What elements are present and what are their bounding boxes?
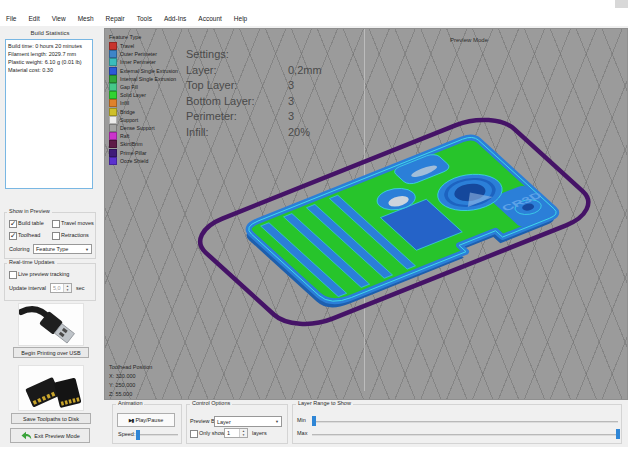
chevron-down-icon: ▼ xyxy=(275,419,279,424)
menu-bar: File Edit View Mesh Repair Tools Add-Ins… xyxy=(0,12,628,26)
only-show-spinner[interactable]: 1 ▲▼ xyxy=(224,428,248,438)
legend-item: Outer Perimeter xyxy=(109,50,178,58)
travel-moves-checkbox[interactable] xyxy=(52,220,60,228)
realtime-updates-group xyxy=(4,263,96,301)
legend-item: Prime Pillar xyxy=(109,148,178,156)
usb-plug-icon xyxy=(19,304,83,345)
stat-build-time: Build time: 0 hours 20 minutes xyxy=(8,42,90,50)
layer-range-group xyxy=(292,404,622,444)
green-return-arrow-icon xyxy=(20,431,32,440)
preview-by-value: Layer xyxy=(217,419,231,425)
chevron-down-icon: ▼ xyxy=(85,247,89,252)
min-slider-track[interactable] xyxy=(312,421,618,423)
preview-by-dropdown[interactable]: Layer ▼ xyxy=(214,416,282,427)
app-window: File Edit View Mesh Repair Tools Add-Ins… xyxy=(0,0,628,472)
build-table-label: Build table xyxy=(18,220,44,226)
menu-help[interactable]: Help xyxy=(228,12,253,26)
layer-height-value: 0,2mm xyxy=(288,64,322,76)
control-options-title: Control Options xyxy=(190,400,232,406)
max-label: Max xyxy=(297,430,307,436)
begin-printing-button[interactable]: Begin Printing over USB xyxy=(13,347,89,358)
legend-item: Solid Layer xyxy=(109,91,178,99)
layers-label: layers xyxy=(252,430,267,436)
menu-view[interactable]: View xyxy=(46,12,72,26)
menu-repair[interactable]: Repair xyxy=(100,12,131,26)
window-corner-fragment xyxy=(615,0,628,8)
build-table-checkbox[interactable] xyxy=(9,220,17,228)
color-chip xyxy=(109,42,117,50)
stat-filament-length: Filament length: 2029.7 mm xyxy=(8,50,90,58)
legend-item: Support xyxy=(109,116,178,124)
color-chip xyxy=(109,132,117,140)
color-chip xyxy=(109,116,117,124)
infill-value: 20% xyxy=(288,126,310,138)
max-slider-track[interactable] xyxy=(312,434,618,436)
toolhead-y: Y: 250.000 xyxy=(109,381,152,390)
preview-3d-viewport[interactable]: CR3D Feature Type Travel Outer Perimeter… xyxy=(104,28,628,400)
legend-item: Ooze Shield xyxy=(109,157,178,165)
retractions-checkbox[interactable] xyxy=(52,232,60,240)
update-interval-value: 5,0 xyxy=(51,284,63,292)
layer-range-title: Layer Range to Show xyxy=(296,400,353,406)
legend-item: Travel xyxy=(109,42,178,50)
live-preview-label: Live preview tracking xyxy=(18,271,69,277)
preview-mode-label: Preview Mode xyxy=(450,37,488,43)
coloring-dropdown[interactable]: Feature Type ▼ xyxy=(33,244,92,254)
legend-item: Inner Perimeter xyxy=(109,58,178,66)
toolhead-x: X: 320.000 xyxy=(109,372,152,381)
menu-edit[interactable]: Edit xyxy=(22,12,45,26)
live-preview-checkbox[interactable] xyxy=(9,271,17,279)
color-chip xyxy=(109,157,117,165)
color-chip xyxy=(109,99,117,107)
min-label: Min xyxy=(297,417,306,423)
speed-label: Speed: xyxy=(118,431,135,437)
realtime-updates-title: Real-time Updates xyxy=(7,259,57,265)
travel-moves-label: Travel moves xyxy=(61,220,94,226)
legend-item: Dense Support xyxy=(109,124,178,132)
color-chip xyxy=(109,75,117,83)
coloring-value: Feature Type xyxy=(36,246,68,252)
menu-account[interactable]: Account xyxy=(192,12,228,26)
legend-item: Infill xyxy=(109,99,178,107)
menu-mesh[interactable]: Mesh xyxy=(72,12,100,26)
legend-item: Skirt/Brim xyxy=(109,140,178,148)
build-statistics-title: Build Statistics xyxy=(1,30,99,36)
perimeter-value: 3 xyxy=(288,110,294,122)
show-in-preview-title: Show in Preview xyxy=(7,208,52,214)
color-chip xyxy=(109,140,117,148)
toolhead-z: Z: 55.000 xyxy=(109,390,152,399)
build-statistics-list[interactable]: Build time: 0 hours 20 minutes Filament … xyxy=(5,39,93,189)
feature-type-legend: Feature Type Travel Outer Perimeter Inne… xyxy=(109,34,178,165)
update-interval-spinner[interactable]: 5,0 ▲▼ xyxy=(50,283,72,293)
exit-preview-button[interactable]: Exit Preview Mode xyxy=(10,428,90,443)
menu-addins[interactable]: Add-Ins xyxy=(158,12,192,26)
toolhead-label: Toolhead xyxy=(18,232,40,238)
min-slider-thumb[interactable] xyxy=(312,416,316,426)
only-show-value: 1 xyxy=(225,429,239,437)
menu-tools[interactable]: Tools xyxy=(131,12,158,26)
speed-slider-thumb[interactable] xyxy=(136,430,140,440)
speed-slider-track[interactable] xyxy=(136,434,178,436)
color-chip xyxy=(109,124,117,132)
settings-title: Settings: xyxy=(186,47,322,63)
toolhead-checkbox[interactable] xyxy=(9,232,17,240)
toolhead-position-overlay: Toolhead Position X: 320.000 Y: 250.000 … xyxy=(109,363,152,399)
update-interval-unit: sec xyxy=(76,285,85,291)
spinner-arrows-icon[interactable]: ▲▼ xyxy=(239,429,247,437)
stat-plastic-weight: Plastic weight: 6.10 g (0.01 lb) xyxy=(8,58,90,66)
color-chip xyxy=(109,83,117,91)
sd-cards-image xyxy=(18,365,84,411)
settings-overlay: Settings: Layer:0,2mm Top Layer:3 Bottom… xyxy=(186,47,322,140)
legend-item: External Single Extrusion xyxy=(109,67,178,75)
stat-material-cost: Material cost: 0.30 xyxy=(8,66,90,74)
menu-file[interactable]: File xyxy=(0,12,22,26)
save-toolpaths-button[interactable]: Save Toolpaths to Disk xyxy=(11,413,91,424)
only-show-checkbox[interactable] xyxy=(190,430,198,438)
retractions-label: Retractions xyxy=(61,232,89,238)
sd-card-icon xyxy=(19,366,83,410)
legend-title: Feature Type xyxy=(109,34,178,40)
animation-title: Animation xyxy=(116,400,144,406)
spinner-arrows-icon[interactable]: ▲▼ xyxy=(63,284,71,292)
max-slider-thumb[interactable] xyxy=(616,429,620,439)
play-pause-button[interactable]: ▶▮ Play/Pause xyxy=(117,413,175,427)
